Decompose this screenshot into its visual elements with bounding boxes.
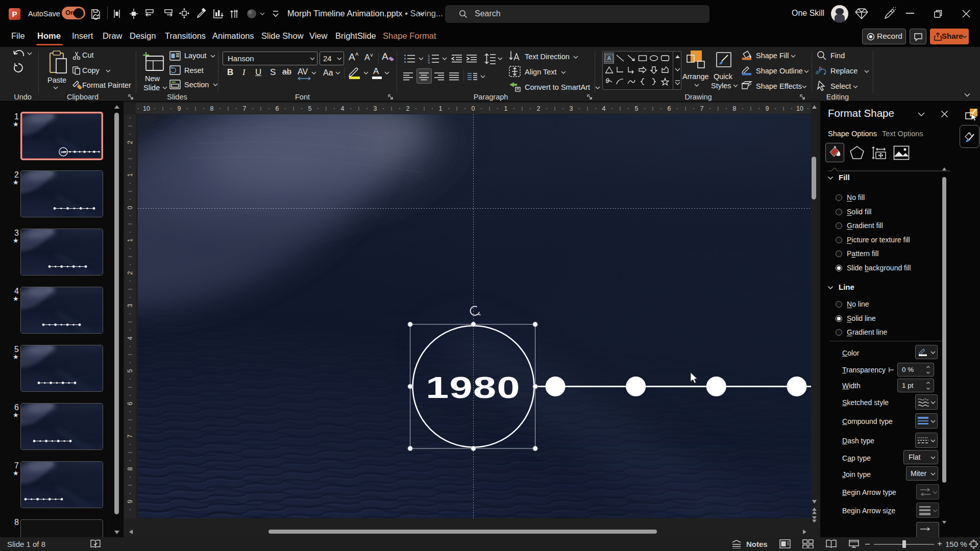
svg-text:1980: 1980 [60,151,66,154]
svg-text:1: 1 [127,238,134,242]
svg-text:A: A [607,55,611,61]
svg-text:7: 7 [243,105,247,112]
svg-text:10: 10 [796,105,803,112]
svg-text:2: 2 [428,58,430,61]
svg-text:7: 7 [700,105,704,112]
svg-text:9: 9 [766,105,769,112]
svg-text:10: 10 [143,105,150,112]
svg-text:3: 3 [374,105,377,112]
svg-text:2: 2 [127,271,134,274]
svg-text:2: 2 [127,140,134,144]
svg-text:3: 3 [570,105,573,112]
svg-text:6: 6 [127,402,134,405]
svg-text:4: 4 [341,105,345,112]
svg-text:0: 0 [127,206,134,209]
svg-text:9: 9 [178,105,181,112]
svg-text:a: a [816,69,819,75]
svg-text:9: 9 [127,499,134,503]
svg-text:6: 6 [276,105,279,112]
svg-text:0: 0 [472,105,475,112]
svg-text:7: 7 [127,434,134,438]
svg-text:5: 5 [308,105,312,112]
svg-text:1: 1 [439,105,443,112]
svg-text:2: 2 [406,105,410,112]
svg-text:1: 1 [127,173,134,177]
svg-text:b: b [819,66,822,71]
svg-text:1: 1 [428,54,430,58]
svg-text:3: 3 [428,61,430,64]
svg-text:5: 5 [127,369,134,372]
svg-text:8: 8 [127,467,134,470]
svg-text:4: 4 [602,105,606,112]
svg-text:4: 4 [127,336,134,340]
svg-text:6: 6 [668,105,671,112]
svg-text:2: 2 [537,105,541,112]
svg-text:8: 8 [733,105,737,112]
svg-text:8: 8 [210,105,214,112]
svg-text:3: 3 [127,304,134,307]
svg-text:P: P [12,10,17,18]
svg-text:5: 5 [635,105,639,112]
svg-text:1: 1 [504,105,508,112]
